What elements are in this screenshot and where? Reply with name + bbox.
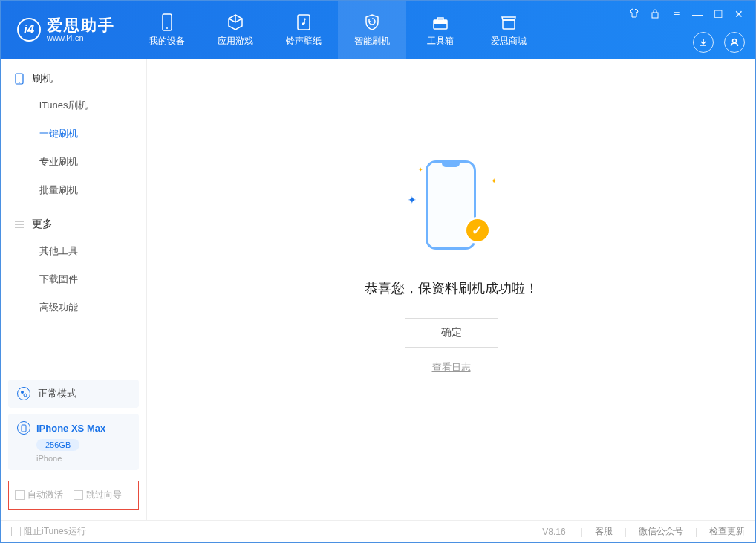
phone-icon	[157, 13, 177, 32]
download-icon[interactable]	[693, 32, 714, 53]
svg-rect-6	[503, 20, 515, 29]
nav-label: 铃声壁纸	[286, 35, 322, 48]
sidebar-item-batch-flash[interactable]: 批量刷机	[1, 176, 146, 204]
sidebar: 刷机 iTunes刷机 一键刷机 专业刷机 批量刷机 更多 其他工具 下载固件 …	[1, 59, 147, 520]
checkbox-label: 跳过向导	[86, 489, 122, 501]
lock-icon[interactable]	[650, 8, 662, 20]
app-title: 爱思助手	[47, 17, 115, 33]
nav-tab-ringtone[interactable]: 铃声壁纸	[270, 1, 338, 59]
nav-label: 智能刷机	[354, 35, 390, 48]
minimize-icon[interactable]: —	[691, 8, 703, 20]
logo-area: i4 爱思助手 www.i4.cn	[1, 17, 133, 42]
nav-tab-tools[interactable]: 工具箱	[406, 1, 475, 59]
view-log-link[interactable]: 查看日志	[432, 361, 471, 374]
device-icon	[14, 74, 25, 84]
store-icon	[499, 13, 518, 32]
footer-link-support[interactable]: 客服	[595, 525, 613, 538]
svg-rect-2	[298, 15, 310, 30]
nav-label: 应用游戏	[218, 35, 253, 48]
sidebar-item-advanced[interactable]: 高级功能	[1, 293, 146, 322]
svg-rect-13	[22, 425, 26, 432]
sidebar-item-itunes-flash[interactable]: iTunes刷机	[1, 91, 146, 120]
close-icon[interactable]: ✕	[733, 8, 745, 20]
device-storage: 256GB	[36, 439, 79, 451]
phone-small-icon	[17, 421, 30, 435]
version-label: V8.16	[542, 527, 565, 537]
cube-icon	[226, 13, 245, 32]
shirt-icon[interactable]	[629, 8, 641, 20]
nav-tabs: 我的设备 应用游戏 铃声壁纸 智能刷机	[133, 1, 543, 59]
music-icon	[294, 13, 313, 32]
mode-icon	[17, 387, 30, 400]
checkbox-area: 自动激活 跳过向导	[8, 481, 139, 510]
footer-links: | 客服 | 微信公众号 | 检查更新	[581, 525, 745, 538]
checkbox-icon	[11, 527, 21, 536]
user-icon[interactable]	[724, 32, 745, 53]
body: 刷机 iTunes刷机 一键刷机 专业刷机 批量刷机 更多 其他工具 下载固件 …	[1, 59, 755, 520]
sparkle-icon: ✦	[491, 177, 497, 185]
sidebar-item-pro-flash[interactable]: 专业刷机	[1, 148, 146, 176]
svg-point-8	[733, 39, 737, 43]
device-name-row: iPhone XS Max	[17, 421, 130, 435]
window-controls: ≡ — ☐ ✕	[629, 8, 745, 20]
app-window: i4 爱思助手 www.i4.cn 我的设备 应用游戏	[0, 0, 756, 543]
mode-panel[interactable]: 正常模式	[8, 380, 139, 408]
menu-icon[interactable]: ≡	[671, 8, 682, 20]
sidebar-section-flash: 刷机	[1, 59, 146, 91]
toolbox-icon	[431, 13, 450, 32]
logo-text: 爱思助手 www.i4.cn	[47, 17, 115, 42]
svg-point-10	[19, 82, 20, 83]
sidebar-item-other-tools[interactable]: 其他工具	[1, 237, 146, 265]
sidebar-item-oneclick-flash[interactable]: 一键刷机	[1, 120, 146, 148]
svg-rect-7	[652, 13, 658, 18]
sparkle-icon: ✦	[418, 166, 423, 173]
shield-icon	[362, 13, 382, 32]
checkbox-label: 阻止iTunes运行	[24, 525, 86, 538]
maximize-icon[interactable]: ☐	[712, 8, 724, 20]
logo-icon: i4	[17, 18, 41, 42]
main-content: ✦ ✦ ✦ ✓ 恭喜您，保资料刷机成功啦！ 确定 查看日志	[147, 59, 755, 520]
device-type: iPhone	[36, 454, 130, 463]
footer: 阻止iTunes运行 V8.16 | 客服 | 微信公众号 | 检查更新	[1, 520, 755, 542]
nav-tab-apps[interactable]: 应用游戏	[201, 1, 270, 59]
footer-link-update[interactable]: 检查更新	[709, 525, 745, 538]
checkbox-icon	[15, 490, 25, 500]
header: i4 爱思助手 www.i4.cn 我的设备 应用游戏	[1, 1, 755, 59]
svg-point-3	[302, 22, 305, 25]
nav-tab-device[interactable]: 我的设备	[133, 1, 201, 59]
checkbox-icon	[74, 490, 83, 500]
sidebar-item-download-firmware[interactable]: 下载固件	[1, 265, 146, 293]
checkbox-block-itunes[interactable]: 阻止iTunes运行	[11, 525, 86, 538]
svg-point-1	[166, 27, 168, 29]
nav-tab-flash[interactable]: 智能刷机	[338, 1, 406, 59]
device-panel[interactable]: iPhone XS Max 256GB iPhone	[8, 414, 139, 470]
svg-rect-5	[434, 20, 447, 24]
ok-button[interactable]: 确定	[405, 318, 498, 348]
section-title: 更多	[32, 218, 53, 231]
device-name: iPhone XS Max	[36, 423, 105, 434]
success-message: 恭喜您，保资料刷机成功啦！	[365, 279, 538, 297]
list-icon	[14, 219, 25, 230]
nav-label: 爱思商城	[491, 35, 527, 48]
nav-label: 工具箱	[427, 35, 454, 48]
mode-label: 正常模式	[38, 387, 76, 400]
nav-tab-store[interactable]: 爱思商城	[475, 1, 543, 59]
success-illustration: ✦ ✦ ✦ ✓	[411, 160, 492, 257]
check-badge-icon: ✓	[464, 217, 491, 244]
nav-label: 我的设备	[149, 35, 185, 48]
svg-point-12	[24, 394, 27, 397]
footer-link-wechat[interactable]: 微信公众号	[639, 525, 683, 538]
checkbox-auto-activate[interactable]: 自动激活	[15, 489, 63, 501]
header-right	[693, 32, 745, 53]
section-title: 刷机	[32, 72, 53, 85]
checkbox-label: 自动激活	[27, 489, 63, 501]
app-url: www.i4.cn	[47, 34, 115, 42]
sparkle-icon: ✦	[408, 194, 417, 206]
svg-point-11	[21, 391, 24, 394]
sidebar-section-more: 更多	[1, 204, 146, 237]
checkbox-skip-guide[interactable]: 跳过向导	[74, 489, 122, 501]
